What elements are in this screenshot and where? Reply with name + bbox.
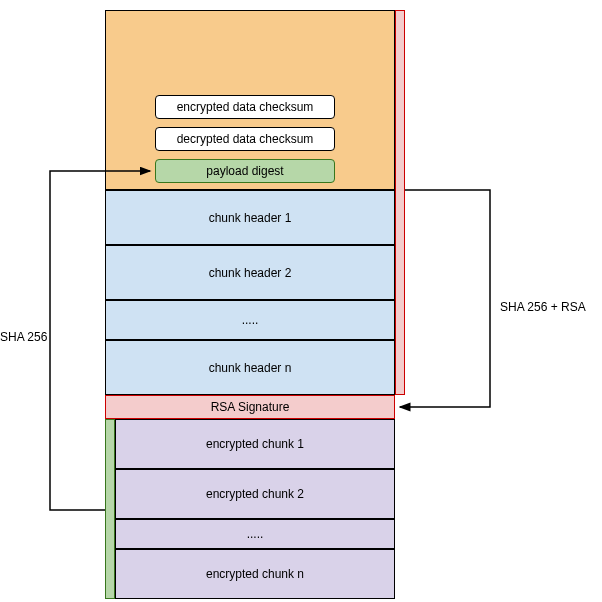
encrypted-chunk-dots: .....: [115, 519, 395, 549]
encrypted-chunk-n-label: encrypted chunk n: [206, 567, 304, 581]
encrypted-chunk-dots-label: .....: [247, 527, 264, 541]
chunk-header-dots-label: .....: [242, 313, 259, 327]
encrypted-data-checksum-box: encrypted data checksum: [155, 95, 335, 119]
encrypted-chunk-2: encrypted chunk 2: [115, 469, 395, 519]
encrypted-chunk-n: encrypted chunk n: [115, 549, 395, 599]
chunk-header-n: chunk header n: [105, 340, 395, 395]
chunk-header-2: chunk header 2: [105, 245, 395, 300]
rsa-bracket-right: [395, 10, 405, 395]
decrypted-data-checksum-box: decrypted data checksum: [155, 127, 335, 151]
sha256-label: SHA 256: [0, 330, 47, 344]
chunk-header-dots: .....: [105, 300, 395, 340]
payload-digest-label: payload digest: [206, 164, 283, 178]
chunk-header-n-label: chunk header n: [209, 361, 292, 375]
payload-digest-box: payload digest: [155, 159, 335, 183]
encrypted-data-checksum-label: encrypted data checksum: [177, 100, 314, 114]
encrypted-chunk-2-label: encrypted chunk 2: [206, 487, 304, 501]
chunk-header-1: chunk header 1: [105, 190, 395, 245]
sha256-rsa-arrow-path: [400, 190, 490, 407]
sha256-text: SHA 256: [0, 330, 47, 344]
sha256-rsa-text: SHA 256 + RSA: [500, 300, 586, 314]
sha256-rsa-label: SHA 256 + RSA: [500, 300, 586, 314]
decrypted-data-checksum-label: decrypted data checksum: [177, 132, 314, 146]
chunk-header-2-label: chunk header 2: [209, 266, 292, 280]
rsa-signature-row: RSA Signature: [105, 395, 395, 419]
sha-bracket-left: [105, 419, 115, 599]
chunk-header-1-label: chunk header 1: [209, 211, 292, 225]
encrypted-chunk-1-label: encrypted chunk 1: [206, 437, 304, 451]
rsa-signature-label: RSA Signature: [211, 400, 290, 414]
encrypted-chunk-1: encrypted chunk 1: [115, 419, 395, 469]
